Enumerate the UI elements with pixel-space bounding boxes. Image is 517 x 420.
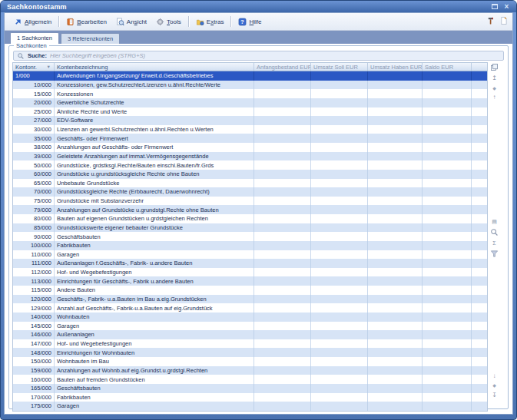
table-row[interactable]: 60/000Grundstücke u.grundstücksgleiche R… xyxy=(13,170,487,179)
cell-kontenbezeichnung[interactable]: Garagen xyxy=(55,322,254,331)
cell-anfangsbestand[interactable] xyxy=(254,187,311,197)
cell-kontenbezeichnung[interactable]: Unbebaute Grundstücke xyxy=(55,179,254,188)
cell-umsatz-haben[interactable] xyxy=(368,116,423,125)
cell-anfangsbestand[interactable] xyxy=(254,241,311,250)
nav-diamond-icon[interactable]: ◆ xyxy=(489,84,499,92)
cell-anfangsbestand[interactable] xyxy=(254,214,311,223)
cell-umsatz-haben[interactable] xyxy=(368,313,423,322)
cell-umsatz-soll[interactable] xyxy=(311,322,368,331)
cell-spacer[interactable] xyxy=(472,276,487,286)
cell-kontenbezeichnung[interactable]: Anzahlungen auf Grundstücke u.grundstgl.… xyxy=(55,205,254,214)
cell-saldo[interactable] xyxy=(423,152,472,161)
cell-kontenbezeichnung[interactable]: Grundstücke mit Substanzverzehr xyxy=(55,197,254,206)
column-header-umsatz-haben[interactable]: Umsatz Haben EUR xyxy=(368,63,423,71)
cell-anfangsbestand[interactable] xyxy=(254,330,311,339)
cell-anfangsbestand[interactable] xyxy=(254,322,311,331)
cell-kontonr[interactable]: 27/000 xyxy=(13,116,55,125)
cell-spacer[interactable] xyxy=(472,89,487,98)
cell-umsatz-haben[interactable] xyxy=(368,241,423,250)
cell-saldo[interactable] xyxy=(423,295,472,304)
cell-anfangsbestand[interactable] xyxy=(254,286,311,295)
cell-saldo[interactable] xyxy=(423,205,472,214)
cell-kontonr[interactable]: 129/000 xyxy=(13,303,55,313)
cell-kontonr[interactable]: 1/000 xyxy=(13,71,55,81)
cell-kontenbezeichnung[interactable]: Konzessionen xyxy=(55,89,254,98)
table-row[interactable]: 113/000Einrichtungen für Geschäfts-, Fab… xyxy=(13,276,487,286)
cell-umsatz-soll[interactable] xyxy=(311,250,368,260)
cell-spacer[interactable] xyxy=(472,179,487,188)
cell-anfangsbestand[interactable] xyxy=(254,259,311,268)
cell-saldo[interactable] xyxy=(423,197,472,206)
cell-kontonr[interactable]: 20/000 xyxy=(13,98,55,107)
cell-kontenbezeichnung[interactable]: Einrichtungen für Wohnbauten xyxy=(55,348,254,357)
cell-saldo[interactable] xyxy=(423,71,472,81)
title-bar[interactable]: Sachkontostamm × xyxy=(1,1,516,12)
cell-kontenbezeichnung[interactable]: Geschäfts-, Fabrik- u.a.Bauten im Bau a.… xyxy=(55,295,254,304)
cell-umsatz-haben[interactable] xyxy=(368,259,423,268)
cell-umsatz-soll[interactable] xyxy=(311,295,368,304)
cell-umsatz-soll[interactable] xyxy=(311,402,368,411)
cell-saldo[interactable] xyxy=(423,160,472,170)
table-row[interactable]: 175/000Garagen xyxy=(13,402,487,411)
cell-saldo[interactable] xyxy=(423,366,472,375)
new-document-icon[interactable] xyxy=(499,15,508,28)
table-row[interactable]: 75/000Grundstücke mit Substanzverzehr xyxy=(13,197,487,206)
cell-saldo[interactable] xyxy=(423,313,472,322)
cell-umsatz-haben[interactable] xyxy=(368,71,423,81)
cell-spacer[interactable] xyxy=(472,402,487,411)
search-input[interactable] xyxy=(50,51,500,60)
cell-umsatz-haben[interactable] xyxy=(368,81,423,90)
cell-anfangsbestand[interactable] xyxy=(254,223,311,233)
cell-kontenbezeichnung[interactable]: Anzahlungen auf Wohnb.auf eig.Grundst.u.… xyxy=(55,366,254,375)
tab-sachkonten[interactable]: 1 Sachkonten xyxy=(10,32,59,44)
cell-anfangsbestand[interactable] xyxy=(254,160,311,170)
cell-kontonr[interactable]: 115/000 xyxy=(13,286,55,295)
table-row[interactable]: 148/000Einrichtungen für Wohnbauten xyxy=(13,348,487,357)
cell-umsatz-haben[interactable] xyxy=(368,134,423,143)
cell-kontenbezeichnung[interactable]: Anzahl.auf Geschäfts-, Fabrik-u.a.Bauten… xyxy=(55,303,254,313)
cell-umsatz-soll[interactable] xyxy=(311,205,368,214)
cell-spacer[interactable] xyxy=(472,232,487,241)
cell-saldo[interactable] xyxy=(423,357,472,366)
cell-saldo[interactable] xyxy=(423,384,472,393)
cell-saldo[interactable] xyxy=(423,143,472,152)
cell-umsatz-haben[interactable] xyxy=(368,98,423,107)
cell-umsatz-soll[interactable] xyxy=(311,268,368,277)
cell-umsatz-soll[interactable] xyxy=(311,339,368,349)
table-row[interactable]: 27/000EDV-Software xyxy=(13,116,487,125)
table-row[interactable]: 111/000Außenanlagen f.Geschäfts-, Fabrik… xyxy=(13,259,487,268)
table-row[interactable]: 140/000Wohnbauten xyxy=(13,313,487,322)
cell-umsatz-soll[interactable] xyxy=(311,179,368,188)
cell-umsatz-soll[interactable] xyxy=(311,276,368,286)
table-row[interactable]: 39/000Geleistete Anzahlungen auf immat.V… xyxy=(13,152,487,161)
cell-umsatz-soll[interactable] xyxy=(311,81,368,90)
menu-item-tools[interactable]: Tools xyxy=(151,16,186,28)
cell-umsatz-soll[interactable] xyxy=(311,286,368,295)
cell-kontonr[interactable]: 147/000 xyxy=(13,339,55,349)
table-row[interactable]: 159/000Anzahlungen auf Wohnb.auf eig.Gru… xyxy=(13,366,487,375)
cell-umsatz-soll[interactable] xyxy=(311,170,368,179)
cell-anfangsbestand[interactable] xyxy=(254,276,311,286)
cell-spacer[interactable] xyxy=(472,250,487,260)
cell-spacer[interactable] xyxy=(472,152,487,161)
cell-spacer[interactable] xyxy=(472,143,487,152)
cell-kontenbezeichnung[interactable]: EDV-Software xyxy=(55,116,254,125)
cell-saldo[interactable] xyxy=(423,241,472,250)
cell-kontenbezeichnung[interactable]: Geschäftsbauten xyxy=(55,384,254,393)
cell-anfangsbestand[interactable] xyxy=(254,71,311,81)
table-row[interactable]: 50/000Grundstücke, grdstksgl.Rechte/Baut… xyxy=(13,160,487,170)
table-row[interactable]: 150/000Wohnbauten im Bau xyxy=(13,357,487,366)
cell-saldo[interactable] xyxy=(423,89,472,98)
cell-umsatz-soll[interactable] xyxy=(311,348,368,357)
cell-spacer[interactable] xyxy=(472,268,487,277)
cell-spacer[interactable] xyxy=(472,330,487,339)
cell-umsatz-soll[interactable] xyxy=(311,223,368,233)
cell-kontonr[interactable]: 140/000 xyxy=(13,313,55,322)
cell-kontenbezeichnung[interactable]: Hof- und Wegebefestigungen xyxy=(55,339,254,349)
cell-umsatz-haben[interactable] xyxy=(368,125,423,134)
cell-saldo[interactable] xyxy=(423,250,472,260)
cell-umsatz-soll[interactable] xyxy=(311,107,368,117)
table-row[interactable]: 90/000Geschäftsbauten xyxy=(13,232,487,241)
cell-umsatz-soll[interactable] xyxy=(311,98,368,107)
cell-anfangsbestand[interactable] xyxy=(254,116,311,125)
